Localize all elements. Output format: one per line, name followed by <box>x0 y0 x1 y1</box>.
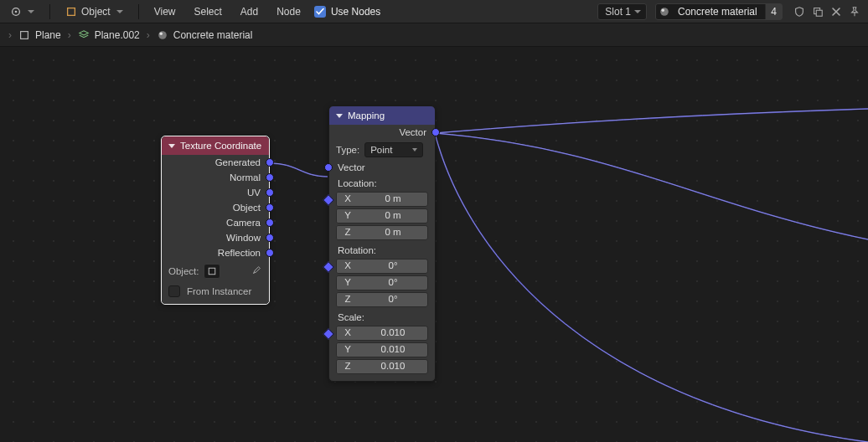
socket-out-reflection[interactable]: Reflection <box>162 245 269 260</box>
eyedropper-icon <box>251 265 262 276</box>
duplicate-icon <box>812 6 824 18</box>
node-header[interactable]: Texture Coordinate <box>162 136 269 155</box>
value: 0° <box>359 260 427 273</box>
separator <box>138 4 139 19</box>
value: 0° <box>359 276 427 290</box>
location-y-field[interactable]: Y0 m <box>336 208 428 224</box>
socket-out-generated[interactable]: Generated <box>162 155 269 170</box>
rotation-x-field[interactable]: X0° <box>336 259 428 274</box>
svg-point-3 <box>660 8 669 16</box>
top-toolbar: Object View Select Add Node Use Nodes Sl… <box>0 0 868 23</box>
value: 0.010 <box>359 360 427 373</box>
slot-label: Slot 1 <box>605 6 631 18</box>
location-z-field[interactable]: Z0 m <box>336 225 428 240</box>
socket-dot[interactable] <box>266 158 274 167</box>
socket-in-vector[interactable]: Vector <box>329 160 435 175</box>
socket-dot[interactable] <box>266 173 274 182</box>
svg-rect-10 <box>209 268 216 275</box>
breadcrumb-item[interactable]: Concrete material <box>157 29 253 41</box>
socket-out-window[interactable]: Window <box>162 230 269 245</box>
socket-dot[interactable] <box>266 234 274 242</box>
type-value: Point <box>370 145 392 155</box>
mapping-type-select[interactable]: Point <box>364 142 423 157</box>
socket-out-camera[interactable]: Camera <box>162 215 269 230</box>
socket-out-normal[interactable]: Normal <box>162 170 269 185</box>
close-icon <box>831 7 841 17</box>
object-picker-field[interactable] <box>204 264 220 279</box>
collapse-triangle-icon <box>336 114 343 118</box>
svg-rect-7 <box>21 31 28 39</box>
type-label: Type: <box>336 145 359 155</box>
unlink-material-button[interactable] <box>828 3 845 20</box>
socket-dot[interactable] <box>266 188 274 197</box>
pin-button[interactable] <box>846 3 863 20</box>
svg-point-8 <box>158 31 167 39</box>
use-nodes-label: Use Nodes <box>331 6 380 18</box>
socket-dot[interactable] <box>266 218 274 227</box>
use-nodes-toggle[interactable]: Use Nodes <box>314 6 380 18</box>
material-sphere-icon <box>157 29 168 41</box>
svg-rect-2 <box>68 8 75 15</box>
material-browse-button[interactable] <box>656 6 673 18</box>
menu-node[interactable]: Node <box>271 3 306 20</box>
socket-out-uv[interactable]: UV <box>162 185 269 200</box>
object-data-icon <box>207 266 217 276</box>
rotation-label: Rotation: <box>329 242 435 257</box>
node-mapping[interactable]: Mapping Vector Type: Point Vector Locati… <box>328 105 436 382</box>
svg-point-9 <box>159 32 163 35</box>
rotation-z-field[interactable]: Z0° <box>336 292 428 307</box>
caret-down-icon <box>28 10 34 13</box>
socket-out-object[interactable]: Object <box>162 200 269 215</box>
node-header[interactable]: Mapping <box>329 106 435 125</box>
node-title: Texture Coordinate <box>180 141 261 151</box>
scale-y-field[interactable]: Y0.010 <box>336 342 428 357</box>
value: 0 m <box>359 209 427 223</box>
socket-label: Camera <box>226 218 261 228</box>
from-instancer-toggle[interactable]: From Instancer <box>162 282 269 304</box>
mode-select[interactable]: Object <box>60 3 128 20</box>
socket-dot[interactable] <box>324 163 333 172</box>
breadcrumb-label: Plane <box>35 29 61 41</box>
collapse-triangle-icon <box>168 144 175 148</box>
mesh-plane-icon <box>18 29 30 41</box>
chevron-right-icon: › <box>147 29 150 41</box>
svg-point-4 <box>662 8 665 12</box>
socket-label: UV <box>247 188 261 198</box>
editor-type-button[interactable] <box>5 3 39 20</box>
rotation-y-field[interactable]: Y0° <box>336 275 428 290</box>
material-slot-select[interactable]: Slot 1 <box>597 3 647 20</box>
new-material-button[interactable] <box>809 3 826 20</box>
value: 0 m <box>359 226 427 239</box>
object-mode-icon <box>65 6 77 18</box>
chevron-right-icon: › <box>8 29 12 41</box>
socket-label: Normal <box>230 172 261 182</box>
breadcrumb-item[interactable]: Plane <box>18 29 61 41</box>
socket-dot[interactable] <box>266 249 274 257</box>
node-editor-canvas[interactable]: Texture Coordinate Generated Normal UV O… <box>0 47 868 442</box>
mesh-data-icon <box>78 29 90 41</box>
breadcrumb-item[interactable]: Plane.002 <box>78 29 140 41</box>
scale-z-field[interactable]: Z0.010 <box>336 359 428 374</box>
menu-view[interactable]: View <box>149 3 181 20</box>
from-instancer-label: From Instancer <box>187 286 251 296</box>
eyedropper-button[interactable] <box>251 265 262 278</box>
menu-select[interactable]: Select <box>189 3 226 20</box>
material-users-count[interactable]: 4 <box>765 4 782 19</box>
material-name-field[interactable]: Concrete material <box>673 6 765 18</box>
menu-add[interactable]: Add <box>235 3 263 20</box>
material-datablock: Concrete material 4 <box>655 3 783 20</box>
fake-user-button[interactable] <box>791 3 808 20</box>
node-texture-coordinate[interactable]: Texture Coordinate Generated Normal UV O… <box>161 136 270 305</box>
socket-dot[interactable] <box>266 203 274 212</box>
socket-out-vector[interactable]: Vector <box>329 125 435 140</box>
caret-down-icon <box>634 10 641 13</box>
socket-dot[interactable] <box>431 128 440 136</box>
location-x-field[interactable]: X0 m <box>336 192 428 207</box>
caret-down-icon <box>116 10 123 13</box>
shield-icon <box>793 6 805 18</box>
socket-label: Reflection <box>218 248 261 258</box>
scale-x-field[interactable]: X0.010 <box>336 326 428 341</box>
checkbox-checked-icon <box>314 6 326 18</box>
pin-icon <box>849 6 860 18</box>
value: 0° <box>359 293 427 306</box>
